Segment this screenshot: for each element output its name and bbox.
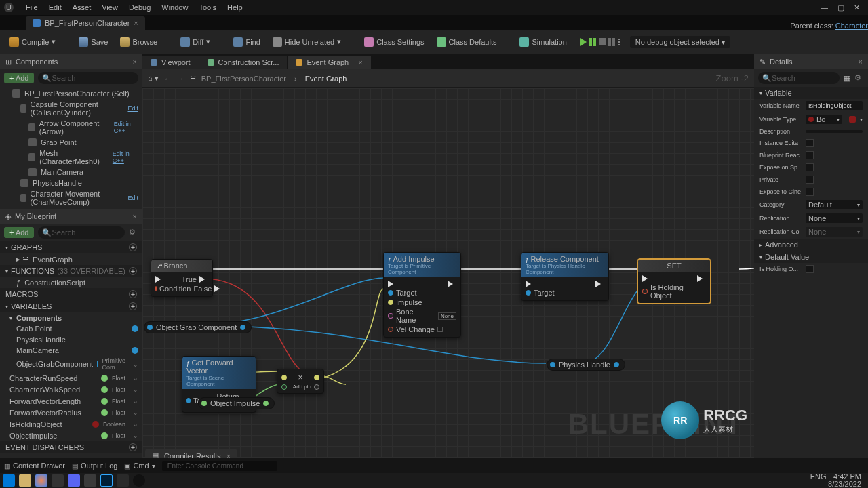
- private-checkbox[interactable]: [806, 176, 814, 184]
- replication-condition-select[interactable]: None▾: [806, 227, 863, 237]
- add-graph-icon[interactable]: +: [129, 243, 137, 251]
- section-macros[interactable]: MACROS+: [0, 288, 142, 300]
- simulation-button[interactable]: Simulation: [515, 35, 570, 49]
- details-search[interactable]: 🔍 Search: [758, 72, 840, 84]
- description-input[interactable]: [806, 130, 863, 133]
- add-function-icon[interactable]: +: [129, 267, 137, 275]
- my-blueprint-tab[interactable]: ◈ My Blueprint ×: [0, 209, 142, 224]
- expose-cinematics-checkbox[interactable]: [806, 188, 814, 196]
- components-search[interactable]: 🔍 Search: [38, 72, 138, 84]
- compile-button[interactable]: Compile ▾: [5, 35, 60, 49]
- maximize-icon[interactable]: ▢: [837, 3, 844, 12]
- graph-canvas[interactable]: ⎇ Branch True ConditionFalse Object Grab…: [142, 88, 754, 461]
- gear-icon[interactable]: ⚙: [129, 228, 138, 237]
- replication-select[interactable]: None▾: [806, 214, 863, 223]
- var-node-physics-handle[interactable]: Physics Handle: [547, 359, 625, 371]
- parent-class-link[interactable]: Character: [835, 22, 868, 30]
- var-fvr[interactable]: ForwardVectorRadiusFloat⌄: [0, 407, 142, 418]
- instance-editable-checkbox[interactable]: [806, 139, 814, 147]
- node-release-component[interactable]: ƒ Release ComponentTarget is Physics Han…: [521, 252, 609, 301]
- console-command-input[interactable]: Enter Console Command: [162, 461, 277, 471]
- category-select[interactable]: Default▾: [806, 200, 863, 209]
- app-icon[interactable]: [84, 474, 96, 487]
- tab-viewport[interactable]: Viewport: [142, 56, 199, 69]
- var-hold[interactable]: IsHoldingObjectBoolean⌄: [0, 418, 142, 430]
- tab-construction[interactable]: Construction Scr...: [199, 56, 288, 69]
- section-dispatchers[interactable]: EVENT DISPATCHERS+: [0, 441, 142, 453]
- comp-camera[interactable]: MainCamera: [0, 167, 142, 178]
- play-options-icon[interactable]: [618, 38, 620, 46]
- nav-back-icon[interactable]: ←: [164, 75, 172, 83]
- close-tab-icon[interactable]: ×: [134, 19, 138, 27]
- settings-icon[interactable]: [52, 474, 64, 487]
- add-macro-icon[interactable]: +: [129, 290, 137, 298]
- edit-link[interactable]: Edit: [127, 105, 138, 112]
- content-drawer-button[interactable]: ▥ Content Drawer: [4, 462, 65, 470]
- start-icon[interactable]: [3, 474, 15, 487]
- variable-type-select[interactable]: Bo▾: [806, 115, 842, 124]
- node-set-isholding[interactable]: SET Is Holding Object: [637, 259, 711, 304]
- section-graphs[interactable]: ▾GRAPHS+: [0, 241, 142, 253]
- add-new-button[interactable]: + Add: [4, 227, 34, 238]
- node-branch[interactable]: ⎇ Branch True ConditionFalse: [151, 259, 213, 297]
- app-icon[interactable]: [117, 474, 129, 487]
- var-node-ogc[interactable]: Object Grab Component: [144, 321, 252, 333]
- stop-icon[interactable]: [599, 38, 606, 45]
- hide-unrelated-button[interactable]: Hide Unrelated ▾: [269, 35, 345, 49]
- breadcrumb-graph[interactable]: Event Graph: [305, 75, 347, 83]
- comp-self[interactable]: BP_FirstPersonCharacter (Self): [0, 88, 142, 99]
- comp-physics[interactable]: PhysicsHandle: [0, 178, 142, 188]
- gear-icon[interactable]: ⚙: [854, 73, 864, 83]
- pause-icon[interactable]: [608, 38, 615, 46]
- comp-mesh[interactable]: Mesh (CharacterMesh0)Edit in C++: [0, 148, 142, 167]
- find-button[interactable]: Find: [229, 35, 264, 49]
- menu-help[interactable]: Help: [222, 3, 248, 12]
- output-log-button[interactable]: ▤ Output Log: [72, 462, 117, 470]
- breadcrumb-asset[interactable]: BP_FirstPersonCharacter: [201, 75, 286, 83]
- menu-asset[interactable]: Asset: [67, 3, 97, 12]
- var-fvl[interactable]: ForwardVectorLengthFloat⌄: [0, 395, 142, 407]
- browse-button[interactable]: Browse: [116, 35, 161, 49]
- comp-charmove[interactable]: Character Movement (CharMoveComp)Edit: [0, 188, 142, 207]
- section-default-value[interactable]: ▾Default Value: [754, 251, 868, 263]
- var-ogc[interactable]: ObjectGrabComponentPrimitive Com⌄: [0, 356, 142, 372]
- node-add-impulse[interactable]: ƒ Add ImpulseTarget is Primitive Compone…: [383, 252, 461, 338]
- menu-window[interactable]: Window: [156, 3, 193, 12]
- close-panel-icon[interactable]: ×: [859, 58, 863, 66]
- blueprint-readonly-checkbox[interactable]: [806, 151, 814, 159]
- section-functions[interactable]: ▾FUNCTIONS (33 OVERRIDABLE)+: [0, 265, 142, 277]
- variable-name-input[interactable]: IsHoldingObject: [806, 101, 863, 110]
- section-variables[interactable]: ▾VARIABLES+: [0, 300, 142, 312]
- item-eventgraph[interactable]: ▸ ∺EventGraph: [0, 253, 142, 265]
- system-clock[interactable]: ENG 4:42 PM8/23/2022: [810, 473, 865, 488]
- comp-grab[interactable]: Grab Point: [0, 137, 142, 148]
- class-settings-button[interactable]: Class Settings: [360, 35, 428, 49]
- var-camera[interactable]: MainCamera: [0, 345, 142, 356]
- minimize-icon[interactable]: —: [821, 3, 828, 12]
- cmd-select[interactable]: ▣ Cmd ▾: [124, 462, 155, 470]
- section-advanced[interactable]: ▸Advanced: [754, 239, 868, 251]
- section-variable[interactable]: ▾Variable: [754, 87, 868, 99]
- nav-forward-icon[interactable]: →: [177, 75, 184, 83]
- components-panel-tab[interactable]: ⊞ Components ×: [0, 54, 142, 69]
- nodes-icon[interactable]: ∺: [190, 74, 196, 83]
- add-dispatcher-icon[interactable]: +: [129, 443, 137, 451]
- menu-file[interactable]: File: [20, 3, 43, 12]
- var-node-object-impulse[interactable]: Object Impulse: [198, 397, 275, 409]
- default-value-checkbox[interactable]: [806, 265, 814, 273]
- close-panel-icon[interactable]: ×: [133, 212, 137, 220]
- debug-object-select[interactable]: No debug object selected ▾: [630, 36, 730, 48]
- details-panel-tab[interactable]: ✎ Details ×: [754, 54, 868, 69]
- node-multiply[interactable]: × Add pin: [277, 369, 324, 394]
- tab-event-graph[interactable]: Event Graph×: [288, 56, 370, 69]
- explorer-icon[interactable]: [19, 474, 31, 487]
- comp-capsule[interactable]: Capsule Component (CollisionCylinder)Edi…: [0, 99, 142, 118]
- menu-debug[interactable]: Debug: [123, 3, 156, 12]
- play-icon[interactable]: [580, 38, 587, 46]
- item-constructionscript[interactable]: ƒConstructionScript: [0, 277, 142, 288]
- photoshop-icon[interactable]: [100, 474, 113, 487]
- save-button[interactable]: Save: [75, 35, 112, 49]
- var-grab[interactable]: Grab Point: [0, 323, 142, 334]
- add-variable-icon[interactable]: +: [129, 302, 137, 310]
- diff-button[interactable]: Diff ▾: [176, 35, 214, 49]
